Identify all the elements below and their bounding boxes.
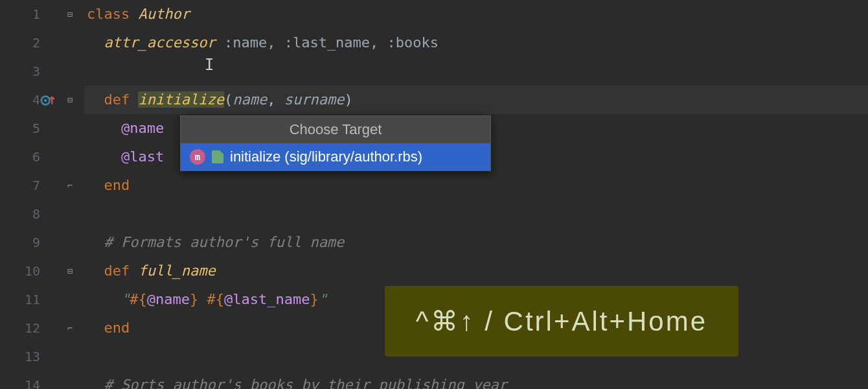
code-line[interactable] bbox=[84, 57, 868, 86]
interp-close: } bbox=[190, 291, 198, 307]
shortcut-hint-overlay: ^⌘↑ / Ctrl+Alt+Home bbox=[385, 286, 738, 357]
svg-point-1 bbox=[44, 99, 47, 102]
paren-open: ( bbox=[224, 91, 233, 108]
fold-end-icon[interactable]: ⌐ bbox=[65, 314, 75, 342]
fold-end-icon[interactable]: ⌐ bbox=[65, 171, 75, 200]
line-number: 10 bbox=[0, 257, 58, 285]
method-name: full_name bbox=[138, 263, 215, 279]
choose-target-popup: Choose Target m initialize (sig/library/… bbox=[180, 115, 491, 171]
popup-item-label: initialize (sig/library/author.rbs) bbox=[230, 148, 422, 165]
text-cursor-icon: I bbox=[205, 56, 206, 75]
code-line[interactable]: def initialize(name, surname) bbox=[84, 86, 868, 114]
line-number: 2 bbox=[0, 29, 58, 57]
line-gutter: 1 2 3 4 5 6 7 8 9 10 11 12 13 14 bbox=[0, 0, 65, 389]
keyword-def: def bbox=[104, 263, 139, 279]
symbol-args: :name, :last_name, :books bbox=[224, 34, 439, 51]
keyword-end: end bbox=[104, 320, 130, 336]
popup-title: Choose Target bbox=[181, 116, 490, 143]
code-line[interactable]: attr_accessor :name, :last_name, :books bbox=[84, 29, 868, 57]
keyword-class: class bbox=[87, 6, 138, 22]
code-line[interactable]: # Sorts author's books by their publishi… bbox=[84, 371, 868, 389]
code-line[interactable]: def full_name bbox=[84, 257, 868, 285]
code-line[interactable] bbox=[84, 200, 868, 228]
code-line[interactable]: class Author bbox=[84, 0, 868, 29]
fold-icon[interactable]: ⊟ bbox=[65, 86, 75, 114]
method-call: attr_accessor bbox=[104, 34, 224, 51]
string-space bbox=[198, 291, 207, 307]
line-number: 7 bbox=[0, 171, 58, 200]
param: name bbox=[233, 91, 267, 108]
string-quote: " bbox=[319, 291, 327, 307]
code-line[interactable]: end bbox=[84, 171, 868, 200]
method-name: initialize bbox=[138, 91, 223, 108]
shortcut-text: ^⌘↑ / Ctrl+Alt+Home bbox=[416, 306, 707, 336]
popup-item[interactable]: m initialize (sig/library/author.rbs) bbox=[181, 143, 490, 171]
interp-close: } bbox=[310, 291, 318, 307]
method-icon: m bbox=[190, 149, 205, 165]
comment: # Formats author's full name bbox=[104, 234, 345, 250]
interp-open: #{ bbox=[207, 291, 224, 307]
param: surname bbox=[284, 91, 345, 108]
line-number: 12 bbox=[0, 314, 58, 342]
fold-gutter: ⊟ ⊟ ⌐ ⊟ ⌐ bbox=[65, 0, 84, 389]
code-line[interactable]: # Formats author's full name bbox=[84, 228, 868, 257]
instance-var: @name bbox=[121, 120, 164, 136]
comma: , bbox=[267, 91, 284, 108]
comment: # Sorts author's books by their publishi… bbox=[104, 377, 508, 389]
fold-icon[interactable]: ⊟ bbox=[65, 257, 75, 285]
instance-var: @last bbox=[121, 148, 164, 165]
line-number: 14 bbox=[0, 371, 58, 389]
line-number: 5 bbox=[0, 114, 58, 143]
line-number: 11 bbox=[0, 285, 58, 314]
navigate-gutter-icon[interactable] bbox=[40, 93, 54, 108]
class-name: Author bbox=[138, 6, 189, 22]
fold-icon[interactable]: ⊟ bbox=[65, 0, 75, 29]
line-number: 1 bbox=[0, 0, 58, 29]
line-number: 9 bbox=[0, 228, 58, 257]
keyword-def: def bbox=[104, 91, 139, 108]
line-number: 3 bbox=[0, 57, 58, 86]
instance-var: @last_name bbox=[224, 291, 310, 307]
file-icon bbox=[212, 150, 223, 163]
paren-close: ) bbox=[344, 91, 352, 108]
line-number: 8 bbox=[0, 200, 58, 228]
line-number: 6 bbox=[0, 143, 58, 171]
keyword-end: end bbox=[104, 177, 130, 193]
string-quote: " bbox=[121, 291, 130, 307]
line-number: 13 bbox=[0, 342, 58, 371]
instance-var: @name bbox=[147, 291, 190, 307]
interp-open: #{ bbox=[130, 291, 147, 307]
